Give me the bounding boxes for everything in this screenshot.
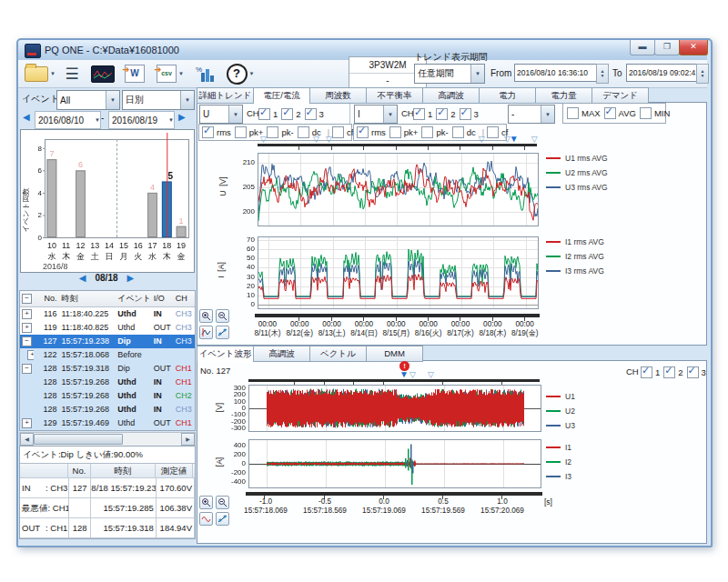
tab-電力量[interactable]: 電力量 (536, 87, 592, 104)
trend-param3-select[interactable]: -▼ (508, 105, 555, 124)
help-button[interactable]: ?▼ (226, 63, 255, 85)
i-metric-rms-box[interactable] (357, 126, 369, 138)
u-metric-pk-[interactable]: pk- (267, 126, 293, 138)
wave-ch-1[interactable]: 1 (641, 366, 660, 378)
u-ch-1-box[interactable] (258, 108, 270, 120)
agg-AVG-box[interactable] (604, 107, 616, 119)
event-marker-icon[interactable]: ▽ (531, 135, 538, 144)
percent-report-button[interactable]: % (193, 63, 218, 85)
event-marker-icon[interactable]: ▽ (410, 371, 416, 379)
close-button[interactable]: ✕ (679, 40, 708, 55)
event-row[interactable]: 12815:57:19.268UthdINCH3 (20, 403, 195, 416)
row-expander[interactable] (20, 403, 34, 416)
csv-export-button[interactable]: csv➜▼ (153, 63, 187, 85)
i-metric-rms[interactable]: rms (357, 126, 386, 138)
event-marker-icon[interactable]: ▽ (326, 135, 332, 144)
tab-高調波[interactable]: 高調波 (423, 87, 480, 104)
event-row[interactable]: 12815:57:19.268UthdINCH1 (20, 376, 195, 389)
chevron-down-icon[interactable]: ▼ (106, 91, 119, 109)
wave-ch-3-box[interactable] (687, 366, 699, 378)
u-metric-pk+-box[interactable] (235, 126, 247, 138)
row-expander[interactable]: − (20, 335, 34, 348)
trend-marker-button[interactable] (216, 326, 229, 339)
collapse-all-button[interactable]: − (20, 291, 34, 306)
event-row[interactable]: −12715:57:19.238DipINCH3 (20, 335, 195, 348)
wave-cursor-button[interactable] (199, 512, 213, 526)
date-next-arrow[interactable]: ▶ (178, 112, 186, 122)
tab-イベント波形[interactable]: イベント波形 (197, 346, 254, 362)
from-spinner[interactable]: ▲▼ (596, 64, 609, 84)
event-row[interactable]: +12915:57:19.469UthdOUTCH1 (20, 416, 195, 430)
selected-event-marker-icon[interactable]: ▼ (510, 135, 519, 143)
row-expander[interactable] (20, 389, 34, 403)
agg-AVG[interactable]: AVG (604, 107, 636, 119)
scrollbar-thumb[interactable] (34, 434, 123, 445)
trend-param1-select[interactable]: U▼ (199, 105, 243, 124)
event-filter-select[interactable]: All▼ (56, 90, 120, 110)
scroll-right-arrow[interactable]: ▶ (181, 433, 195, 446)
tab-不平衡率[interactable]: 不平衡率 (367, 87, 423, 104)
date-to-select[interactable]: 2016/08/19▼ (108, 111, 175, 129)
wave-ch-3[interactable]: 3 (687, 366, 706, 378)
chevron-down-icon[interactable]: ▼ (168, 117, 174, 123)
row-expander[interactable]: + (20, 307, 34, 321)
tab-電力[interactable]: 電力 (480, 87, 536, 104)
wave-ch-1-box[interactable] (641, 366, 652, 378)
row-expander[interactable]: + (20, 416, 34, 430)
expander-icon[interactable]: − (22, 336, 32, 346)
event-row[interactable]: 12815:57:19.268UthdINCH2 (20, 389, 195, 403)
event-marker-icon[interactable]: ▽ (479, 135, 485, 144)
event-marker-icon[interactable]: ▽ (313, 135, 319, 144)
i-metric-dc[interactable]: dc (452, 126, 476, 138)
maximize-button[interactable]: ❐ (654, 40, 680, 55)
chevron-down-icon[interactable]: ▼ (383, 105, 397, 123)
event-row[interactable]: +11611:18:40.225UthdINCH3 (20, 307, 195, 321)
wave-ch-2-box[interactable] (663, 366, 675, 378)
period-select[interactable]: 任意期間▼ (414, 64, 485, 84)
i-ch-1[interactable]: 1 (413, 108, 432, 120)
scroll-left-arrow[interactable]: ◀ (20, 433, 34, 446)
agg-MAX[interactable]: MAX (567, 107, 601, 119)
wave-ch-2[interactable]: 2 (663, 366, 682, 378)
tab-デマンド[interactable]: デマンド (592, 87, 649, 104)
tab-DMM[interactable]: DMM (367, 346, 423, 362)
open-folder-button[interactable]: ▼ (24, 63, 56, 85)
i-ch-1-box[interactable] (413, 108, 425, 120)
agg-MIN-box[interactable] (640, 107, 652, 119)
event-row[interactable]: −12815:57:19.318DipOUTCH1 (20, 362, 195, 376)
chevron-down-icon[interactable]: ▼ (470, 65, 484, 83)
u-metric-rms[interactable]: rms (202, 126, 231, 138)
event-list-button[interactable]: ☰ (61, 63, 83, 85)
u-ch-2-box[interactable] (281, 108, 293, 120)
event-row[interactable]: +11911:18:40.825UthdOUTCH3 (20, 321, 195, 335)
horizontal-scrollbar[interactable]: ◀▶ (19, 432, 196, 447)
expander-icon[interactable]: + (22, 418, 32, 428)
agg-MAX-box[interactable] (567, 107, 579, 119)
wave-zoom-in-button[interactable] (199, 496, 213, 509)
i-ch-3[interactable]: 3 (460, 108, 479, 120)
u-ch-3-box[interactable] (305, 108, 317, 120)
i-metric-pk--box[interactable] (421, 126, 433, 138)
agg-MIN[interactable]: MIN (640, 107, 670, 119)
tab-ベクトル[interactable]: ベクトル (310, 346, 367, 362)
date-from-select[interactable]: 2016/08/10▼ (35, 111, 101, 129)
i-metric-pk+[interactable]: pk+ (389, 126, 419, 138)
i-ch-3-box[interactable] (460, 108, 471, 120)
row-expander[interactable]: − (20, 362, 34, 376)
u-metric-rms-box[interactable] (202, 126, 214, 138)
word-export-button[interactable]: W➜ (121, 63, 148, 85)
row-expander[interactable]: + (20, 321, 34, 335)
waveform-viewer-button[interactable] (89, 63, 116, 85)
selected-event-marker-icon[interactable]: ▼ (399, 370, 409, 378)
u-metric-dc-box[interactable] (298, 126, 309, 138)
expander-icon[interactable]: + (27, 350, 34, 360)
trend-cursor-button[interactable] (199, 326, 213, 339)
i-metric-pk-[interactable]: pk- (421, 126, 448, 138)
event-mode-select[interactable]: 日別▼ (122, 90, 195, 110)
to-datetime-field[interactable]: 2016/08/19 09:02:41 (626, 64, 701, 82)
u-ch-2[interactable]: 2 (281, 108, 300, 120)
row-expander[interactable]: + (20, 348, 34, 362)
i-metric-pk+-box[interactable] (389, 126, 401, 138)
u-metric-cf-box[interactable] (332, 126, 344, 138)
minimize-button[interactable]: ▬ (630, 40, 655, 55)
